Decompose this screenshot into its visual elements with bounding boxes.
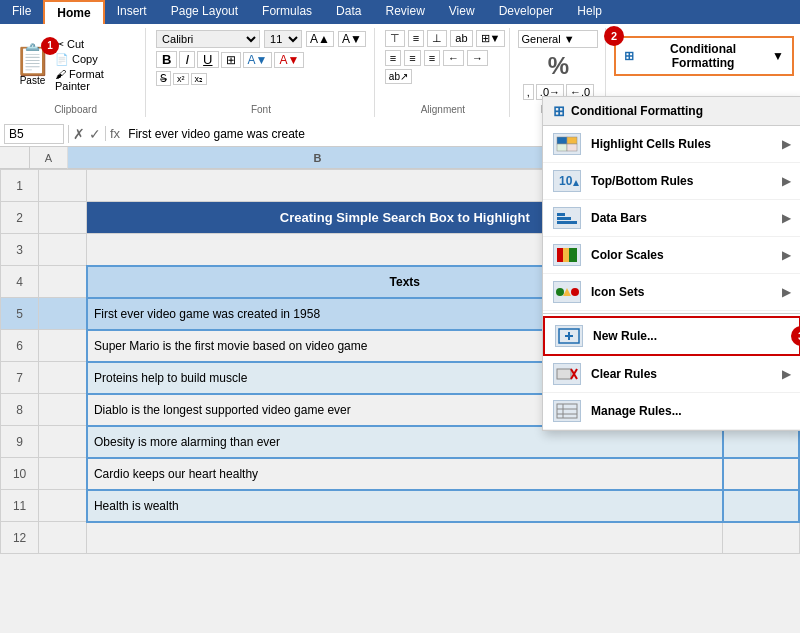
subscript-button[interactable]: x₂ [191, 73, 208, 85]
menu-item-clear-rules[interactable]: Clear Rules ▶ [543, 356, 800, 393]
annotation-2: 2 [604, 26, 624, 46]
format-painter-button[interactable]: 🖌 Format Painter [55, 68, 137, 92]
svg-rect-2 [557, 144, 567, 151]
strikethrough-button[interactable]: S̶ [156, 71, 171, 86]
tab-insert[interactable]: Insert [105, 0, 159, 24]
clear-rules-label: Clear Rules [591, 367, 772, 381]
tab-formulas[interactable]: Formulas [250, 0, 324, 24]
cell-reference-input[interactable] [4, 124, 64, 144]
formula-divider [68, 125, 69, 143]
formula-cancel-icon[interactable]: ✗ [73, 126, 85, 142]
tab-file[interactable]: File [0, 0, 43, 24]
formula-confirm-icon[interactable]: ✓ [89, 126, 101, 142]
col-header-b[interactable]: B [68, 147, 568, 169]
row-num-10: 10 [1, 458, 39, 490]
svg-rect-1 [567, 137, 577, 144]
menu-header-label: Conditional Formatting [571, 104, 703, 118]
highlight-cells-arrow: ▶ [782, 137, 791, 151]
orientation-button[interactable]: ab↗ [385, 69, 412, 84]
italic-button[interactable]: I [179, 51, 195, 68]
highlight-cells-icon [553, 133, 581, 155]
fill-color-button[interactable]: A▼ [243, 52, 273, 68]
col-header-a[interactable]: A [30, 147, 68, 169]
percent-button[interactable]: % [548, 52, 569, 80]
align-bottom-button[interactable]: ⊥ [427, 30, 447, 47]
cut-button[interactable]: ✂ Cut [55, 38, 137, 51]
highlight-cells-label: Highlight Cells Rules [591, 137, 772, 151]
tab-home[interactable]: Home [43, 0, 104, 24]
align-center-button[interactable]: ≡ [404, 50, 420, 66]
increase-font-button[interactable]: A▲ [306, 31, 334, 47]
comma-button[interactable]: , [523, 84, 534, 100]
header-text: Creating Simple Search Box to Highlight [280, 210, 530, 225]
conditional-formatting-menu: ⊞ Conditional Formatting Highlight Cells… [542, 96, 800, 431]
tab-review[interactable]: Review [373, 0, 436, 24]
data-bars-arrow: ▶ [782, 211, 791, 225]
cell-b9: Obesity is more alarming than ever [94, 435, 280, 449]
alignment-label: Alignment [421, 100, 465, 115]
menu-item-highlight-cells-rules[interactable]: Highlight Cells Rules ▶ [543, 126, 800, 163]
svg-rect-17 [557, 369, 571, 379]
tab-help[interactable]: Help [565, 0, 614, 24]
wrap-text-button[interactable]: ab [450, 30, 472, 47]
menu-item-color-scales[interactable]: Color Scales ▶ [543, 237, 800, 274]
font-size-select[interactable]: 11 [264, 30, 302, 48]
menu-item-icon-sets[interactable]: Icon Sets ▶ [543, 274, 800, 311]
table-row: 12 [1, 522, 800, 554]
cf-label: Conditional Formatting [638, 42, 768, 70]
table-row: 11 Health is wealth [1, 490, 800, 522]
merge-center-button[interactable]: ⊞▼ [476, 30, 506, 47]
align-top-button[interactable]: ⊤ [385, 30, 405, 47]
number-format-select[interactable]: General ▼ [518, 30, 598, 48]
svg-rect-3 [567, 144, 577, 151]
menu-item-data-bars[interactable]: Data Bars ▶ [543, 200, 800, 237]
svg-text:10: 10 [559, 174, 573, 188]
bold-button[interactable]: B [156, 51, 177, 68]
row-num-7: 7 [1, 362, 39, 394]
border-button[interactable]: ⊞ [221, 52, 241, 68]
superscript-button[interactable]: x² [173, 73, 189, 85]
clipboard-group: 📋 Paste 1 ✂ Cut 📄 Copy 🖌 Format Painter … [6, 28, 146, 117]
insert-function-icon[interactable]: fx [105, 126, 120, 141]
svg-rect-20 [557, 404, 577, 418]
icon-sets-arrow: ▶ [782, 285, 791, 299]
cell-b6: Super Mario is the first movie based on … [94, 339, 367, 353]
increase-indent-button[interactable]: → [467, 50, 488, 66]
align-middle-button[interactable]: ≡ [408, 30, 424, 47]
align-right-button[interactable]: ≡ [424, 50, 440, 66]
cell-b11: Health is wealth [94, 499, 179, 513]
tab-page-layout[interactable]: Page Layout [159, 0, 250, 24]
row-num-2: 2 [1, 202, 39, 234]
icon-sets-label: Icon Sets [591, 285, 772, 299]
cell-b8: Diablo is the longest supported video ga… [94, 403, 351, 417]
tab-data[interactable]: Data [324, 0, 373, 24]
svg-point-11 [556, 288, 564, 296]
menu-item-manage-rules[interactable]: Manage Rules... [543, 393, 800, 430]
conditional-formatting-button[interactable]: ⊞ Conditional Formatting ▼ [614, 36, 794, 76]
cell-b10: Cardio keeps our heart healthy [94, 467, 258, 481]
menu-item-top-bottom-rules[interactable]: 10 Top/Bottom Rules ▶ [543, 163, 800, 200]
tab-developer[interactable]: Developer [487, 0, 566, 24]
clear-rules-icon [553, 363, 581, 385]
tab-view[interactable]: View [437, 0, 487, 24]
new-rule-label: New Rule... [593, 329, 789, 343]
svg-rect-7 [557, 213, 565, 216]
row-num-3: 3 [1, 234, 39, 266]
svg-marker-12 [563, 288, 571, 296]
copy-button[interactable]: 📄 Copy [55, 53, 137, 66]
row-num-6: 6 [1, 330, 39, 362]
font-color-button[interactable]: A▼ [274, 52, 304, 68]
alignment-group: ⊤ ≡ ⊥ ab ⊞▼ ≡ ≡ ≡ ← → ab↗ Alignment [377, 28, 510, 117]
color-scales-icon [553, 244, 581, 266]
decrease-font-button[interactable]: A▼ [338, 31, 366, 47]
row-num-5: 5 [1, 298, 39, 330]
row-num-9: 9 [1, 426, 39, 458]
row-num-8: 8 [1, 394, 39, 426]
menu-item-new-rule[interactable]: New Rule... 3 [543, 316, 800, 356]
align-left-button[interactable]: ≡ [385, 50, 401, 66]
cell-b5: First ever video game was created in 195… [94, 307, 320, 321]
top-bottom-arrow: ▶ [782, 174, 791, 188]
underline-button[interactable]: U [197, 51, 218, 68]
decrease-indent-button[interactable]: ← [443, 50, 464, 66]
font-name-select[interactable]: Calibri [156, 30, 260, 48]
